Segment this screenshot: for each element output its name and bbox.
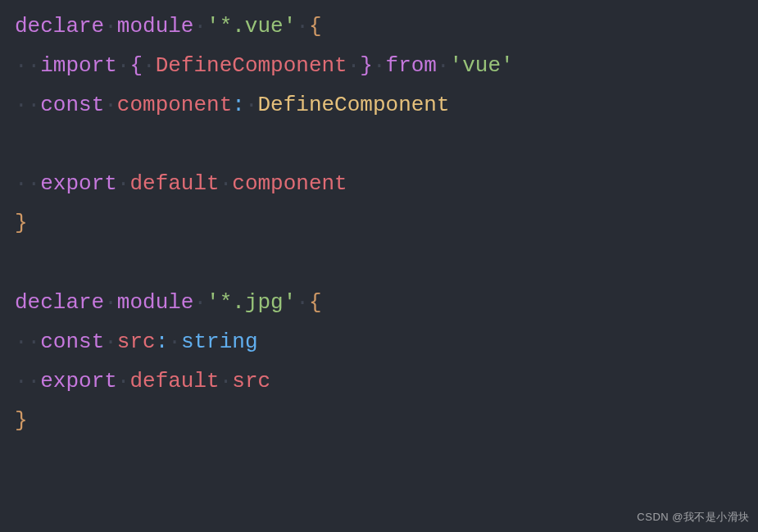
code-token: } <box>15 408 28 433</box>
code-line[interactable]: ··export·default·component <box>15 164 743 203</box>
code-token: · <box>15 171 28 196</box>
code-token: { <box>129 53 143 78</box>
code-token: · <box>143 53 156 78</box>
code-token: · <box>15 330 28 354</box>
code-line[interactable]: ··export·default·src <box>15 361 743 401</box>
code-line[interactable]: declare·module·'*.jpg'·{ <box>15 283 743 322</box>
code-token: · <box>437 53 450 78</box>
code-token: · <box>168 330 181 354</box>
code-token: } <box>15 211 28 235</box>
code-token: · <box>15 369 28 393</box>
code-token: 'vue' <box>450 53 514 78</box>
code-token: · <box>104 93 117 117</box>
code-token: · <box>28 330 41 354</box>
code-token: const <box>40 330 104 354</box>
code-token: · <box>117 171 130 196</box>
code-token: · <box>28 93 41 117</box>
code-line[interactable]: } <box>15 203 743 243</box>
code-line[interactable]: ··const·src:·string <box>15 322 743 361</box>
code-line[interactable]: ··const·component:·DefineComponent <box>15 85 743 125</box>
code-token: src <box>117 330 156 354</box>
code-token: { <box>309 14 322 39</box>
code-token: · <box>193 290 207 315</box>
code-line[interactable]: declare·module·'*.vue'·{ <box>15 7 743 46</box>
code-token: · <box>28 369 41 393</box>
code-token: string <box>181 330 258 354</box>
code-line[interactable] <box>15 243 743 283</box>
code-token: · <box>104 290 117 315</box>
code-token: '*.jpg' <box>207 290 296 315</box>
code-token: DefineComponent <box>156 53 347 78</box>
code-line[interactable]: } <box>15 401 743 440</box>
code-token: declare <box>15 290 104 315</box>
code-token: import <box>40 53 117 78</box>
code-token: · <box>347 53 361 78</box>
code-token: module <box>117 14 194 39</box>
code-token: · <box>220 369 233 393</box>
code-token: · <box>28 53 41 78</box>
code-token: DefineComponent <box>258 93 450 117</box>
code-token: } <box>360 53 373 78</box>
code-token: '*.vue' <box>207 14 296 39</box>
code-token: · <box>296 14 309 39</box>
code-token: from <box>386 53 437 78</box>
code-token: · <box>104 14 117 39</box>
code-token: · <box>28 171 41 196</box>
code-token: · <box>15 93 28 117</box>
code-line[interactable] <box>15 125 743 164</box>
code-token: src <box>232 369 270 393</box>
code-token: { <box>309 290 322 315</box>
code-token: · <box>245 93 258 117</box>
code-token: · <box>296 290 309 315</box>
code-token: · <box>220 171 233 196</box>
code-token: default <box>129 369 219 393</box>
watermark-text: CSDN @我不是小滑块 <box>637 507 750 527</box>
code-token: component <box>117 93 232 117</box>
code-token: const <box>40 93 104 117</box>
code-token: · <box>117 369 130 393</box>
code-editor[interactable]: declare·module·'*.vue'·{··import·{·Defin… <box>15 7 743 440</box>
code-token: declare <box>15 14 104 39</box>
code-token: : <box>232 93 245 117</box>
code-token: : <box>156 330 169 354</box>
code-token: component <box>232 171 347 196</box>
code-token: · <box>193 14 207 39</box>
code-token: · <box>373 53 386 78</box>
code-line[interactable]: ··import·{·DefineComponent·}·from·'vue' <box>15 46 743 85</box>
code-token: export <box>40 171 117 196</box>
code-token: default <box>129 171 219 196</box>
code-token: export <box>40 369 117 393</box>
code-token: module <box>117 290 194 315</box>
code-token: · <box>104 330 117 354</box>
code-token: · <box>15 53 28 78</box>
code-token: · <box>117 53 130 78</box>
